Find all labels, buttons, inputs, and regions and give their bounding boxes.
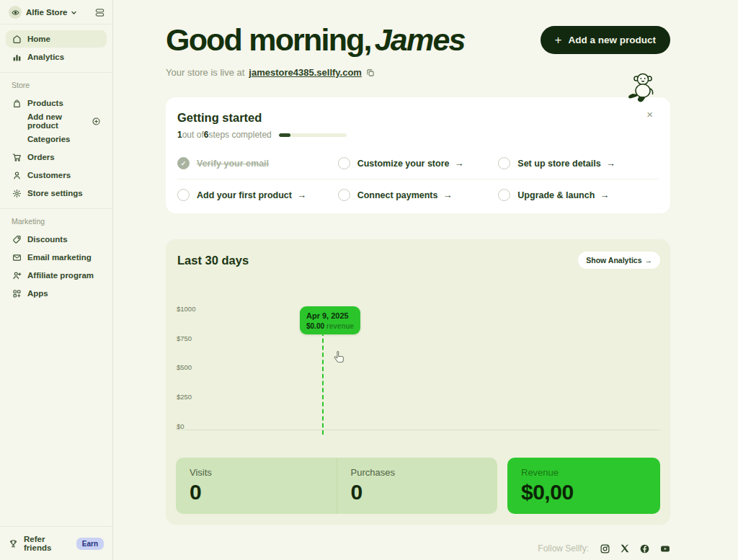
tooltip-value: $0.00: [306, 322, 324, 330]
progress-row: 1 out of 6 steps completed: [177, 130, 659, 140]
hover-guide-line: [322, 332, 324, 435]
step-verify-your-email[interactable]: ✓ Verify your email: [177, 148, 338, 179]
show-analytics-label: Show Analytics: [586, 256, 641, 265]
store-switcher[interactable]: Alfie Store: [26, 8, 77, 17]
store-switcher-row: Alfie Store: [0, 0, 112, 24]
show-analytics-button[interactable]: Show Analytics →: [578, 252, 660, 269]
last-30-days-card: Last 30 days Show Analytics → $1000 $750…: [166, 239, 670, 525]
arrow-right-icon: →: [454, 158, 463, 169]
envelope-icon: [12, 253, 22, 262]
add-product-label: Add a new product: [569, 35, 657, 45]
sidebar-item-products[interactable]: Products: [6, 94, 107, 112]
sidebar-item-label: Apps: [27, 289, 48, 298]
follow-label: Follow Sellfy:: [538, 543, 589, 554]
collapse-sidebar-icon: [94, 7, 105, 18]
x-axis-baseline: [176, 430, 660, 430]
page-header: Good morning,James Your store is live at…: [166, 24, 670, 78]
step-add-your-first-product[interactable]: Add your first product →: [177, 179, 338, 210]
facebook-icon[interactable]: [640, 544, 649, 554]
live-prefix: Your store is live at: [166, 67, 244, 78]
y-axis-tick: $1000: [177, 305, 195, 313]
y-axis-tick: $0: [177, 422, 184, 430]
stat-value: 0: [190, 480, 323, 505]
progress-bar-fill: [279, 133, 290, 137]
sidebar-item-label: Products: [27, 99, 63, 107]
sidebar-section-marketing: Marketing Discounts Email marketing Affi…: [0, 209, 112, 308]
store-url-link[interactable]: jamestore4385.sellfy.com: [249, 67, 362, 78]
home-icon: [12, 35, 22, 44]
revenue-stat: Revenue $0,00: [507, 458, 660, 514]
sidebar-item-categories[interactable]: Categories: [6, 130, 107, 148]
tooltip-date: Apr 9, 2025: [306, 311, 354, 320]
close-getting-started-button[interactable]: ×: [642, 108, 657, 120]
sidebar-item-store-settings[interactable]: Store settings: [6, 185, 107, 202]
sidebar-nav: Home Analytics: [0, 25, 112, 72]
progress-total: 6: [204, 130, 209, 140]
x-twitter-icon[interactable]: [621, 544, 629, 553]
sidebar-item-email-marketing[interactable]: Email marketing: [6, 249, 107, 266]
radio-circle-icon: [498, 189, 510, 201]
instagram-icon[interactable]: [600, 544, 610, 554]
cart-icon: [12, 153, 22, 162]
step-label: Set up store details: [517, 159, 600, 169]
bar-chart-icon: [12, 53, 22, 62]
step-set-up-store-details[interactable]: Set up store details →: [498, 148, 659, 179]
stats-pale-group: Visits 0 Purchases 0: [176, 458, 497, 514]
step-connect-payments[interactable]: Connect payments →: [338, 179, 499, 210]
tag-icon: [12, 235, 22, 244]
sidebar-item-label: Orders: [27, 153, 55, 161]
open-store-icon[interactable]: [366, 68, 375, 77]
stat-label: Visits: [190, 467, 323, 478]
step-upgrade-and-launch[interactable]: Upgrade & launch →: [498, 179, 659, 210]
trophy-icon: [9, 539, 18, 548]
sidebar-section-store: Store Products Add new product Categorie…: [0, 73, 112, 208]
sidebar-item-label: Add new product: [27, 112, 86, 130]
arrow-right-icon: →: [297, 190, 306, 200]
sidebar-item-orders[interactable]: Orders: [6, 148, 107, 166]
user-name: James: [375, 22, 465, 57]
y-axis-tick: $500: [177, 363, 192, 371]
youtube-icon[interactable]: [660, 544, 670, 554]
sidebar-item-label: Discounts: [27, 235, 68, 244]
add-new-product-button[interactable]: + Add a new product: [541, 26, 670, 54]
progress-count: 1: [177, 130, 182, 140]
stat-value: $0,00: [521, 480, 646, 505]
chevron-down-icon: [71, 9, 77, 16]
step-customize-your-store[interactable]: Customize your store →: [338, 148, 499, 179]
collapse-sidebar-button[interactable]: [94, 7, 105, 18]
revenue-chart[interactable]: $1000 $750 $500 $250 $0 Apr 9, 2025 $0.0…: [176, 275, 660, 437]
sidebar: Alfie Store Home Analytics Store Product…: [0, 0, 113, 560]
stat-label: Revenue: [521, 467, 646, 478]
sidebar-item-discounts[interactable]: Discounts: [6, 231, 107, 248]
store-avatar: [9, 6, 22, 19]
section-label: Store: [6, 74, 107, 94]
sidebar-item-affiliate-program[interactable]: Affiliate program: [6, 267, 107, 284]
sidebar-item-label: Analytics: [27, 53, 64, 61]
person-icon: [12, 171, 22, 180]
check-glyph: ✓: [181, 160, 187, 167]
arrow-right-icon: →: [443, 190, 453, 200]
sidebar-item-home[interactable]: Home: [6, 30, 107, 48]
getting-started-card: × Getting started 1 out of 6 steps compl…: [166, 97, 670, 213]
step-label: Add your first product: [197, 190, 292, 200]
analytics-card-header: Last 30 days Show Analytics →: [176, 252, 660, 269]
apps-grid-icon: [12, 289, 22, 298]
y-axis-tick: $250: [177, 393, 192, 401]
plus-circle-icon[interactable]: [92, 117, 101, 126]
sidebar-item-label: Affiliate program: [27, 271, 94, 280]
arrow-right-icon: →: [606, 158, 615, 169]
sidebar-item-add-new-product[interactable]: Add new product: [6, 112, 107, 130]
sidebar-item-apps[interactable]: Apps: [6, 285, 107, 302]
sidebar-item-analytics[interactable]: Analytics: [6, 48, 107, 66]
progress-text: steps completed: [208, 130, 271, 140]
stats-row: Visits 0 Purchases 0 Revenue $0,00: [176, 458, 660, 514]
gear-icon: [12, 189, 22, 198]
sidebar-item-label: Email marketing: [27, 253, 92, 262]
refer-friends-button[interactable]: Refer friends Earn: [0, 526, 112, 560]
sidebar-item-customers[interactable]: Customers: [6, 166, 107, 184]
getting-started-title: Getting started: [177, 111, 659, 125]
radio-circle-icon: [338, 157, 350, 169]
y-axis-tick: $750: [177, 334, 192, 342]
stat-value: 0: [351, 480, 484, 505]
plus-icon: +: [555, 34, 562, 46]
